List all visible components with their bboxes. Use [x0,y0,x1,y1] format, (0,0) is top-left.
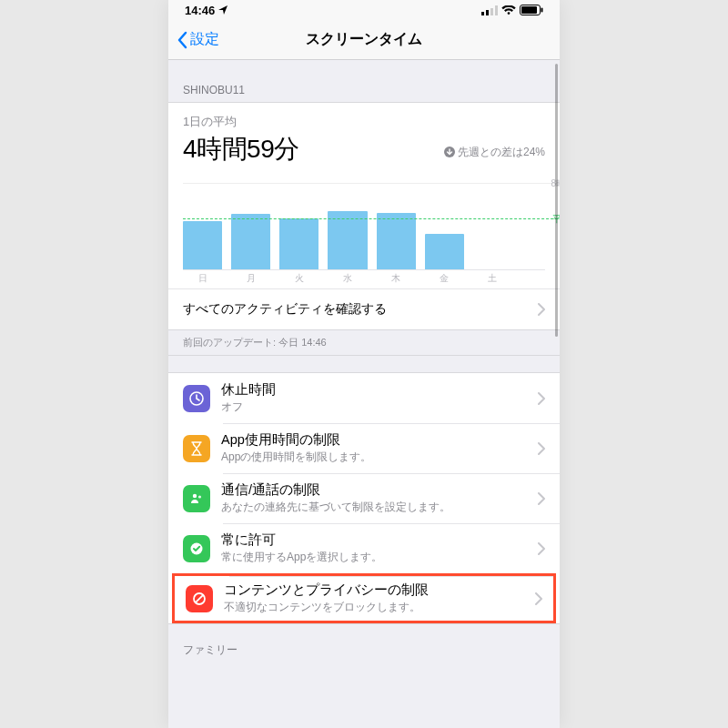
communication-limits-row[interactable]: 通信/通話の制限 あなたの連絡先に基づいて制限を設定します。 [168,473,560,523]
location-icon [218,5,228,15]
always-allowed-title: 常に許可 [221,531,527,549]
status-bar: 14:46 [168,0,560,20]
chevron-right-icon [535,592,542,605]
bar-sun [183,221,222,269]
screen-time-screen: 14:46 設定 スクリーンタイム SHINOBU11 1日の平均 4時間59分… [168,0,560,728]
status-time: 14:46 [185,4,215,17]
svg-point-10 [198,495,201,498]
see-all-activity-label: すべてのアクティビティを確認する [183,301,387,318]
chevron-right-icon [538,303,545,316]
svg-point-9 [193,493,197,497]
svg-rect-2 [490,8,493,15]
content-privacy-row[interactable]: コンテンツとプライバシーの制限 不適切なコンテンツをブロックします。 [172,573,556,623]
daily-average-label: 1日の平均 [183,114,545,130]
downtime-icon [183,385,210,412]
communication-limits-sub: あなたの連絡先に基づいて制限を設定します。 [221,500,527,515]
downtime-row[interactable]: 休止時間 オフ [168,373,560,423]
cellular-icon [481,5,498,15]
hourglass-icon [183,435,210,462]
prohibit-icon [186,585,213,612]
app-limits-sub: Appの使用時間を制限します。 [221,450,527,465]
app-limits-row[interactable]: App使用時間の制限 Appの使用時間を制限します。 [168,423,560,473]
downtime-title: 休止時間 [221,381,527,399]
family-section-header: ファミリー [168,624,560,662]
battery-icon [520,5,543,15]
communication-limits-title: 通信/通話の制限 [221,481,527,499]
svg-rect-1 [486,10,489,15]
downtime-sub: オフ [221,399,527,415]
see-all-activity-row[interactable]: すべてのアクティビティを確認する [168,288,560,329]
chevron-left-icon [176,31,188,49]
weekly-diff: 先週との差は24% [444,145,545,160]
device-section-header: SHINOBU11 [168,60,560,102]
svg-rect-0 [481,12,484,15]
chevron-right-icon [538,492,545,505]
bar-mon [231,214,270,269]
always-allowed-row[interactable]: 常に許可 常に使用するAppを選択します。 [168,523,560,573]
chevron-right-icon [538,542,545,555]
weekly-diff-text: 先週との差は24% [458,145,545,160]
checkmark-icon [183,535,210,562]
nav-bar: 設定 スクリーンタイム [168,20,560,60]
svg-line-13 [196,594,203,602]
weekly-chart[interactable]: 8時間 平均 日 月 火 水 木 金 土 [168,176,560,288]
down-arrow-icon [444,147,455,157]
app-limits-title: App使用時間の制限 [221,431,527,449]
communication-icon [183,485,210,512]
chevron-right-icon [538,392,545,405]
nav-title: スクリーンタイム [168,30,560,49]
svg-rect-5 [521,6,537,14]
bar-wed [328,211,367,269]
last-update-note: 前回のアップデート: 今日 14:46 [168,330,560,356]
bar-tue [279,218,318,269]
content-privacy-title: コンテンツとプライバシーの制限 [224,581,524,599]
always-allowed-sub: 常に使用するAppを選択します。 [221,550,527,565]
content-privacy-sub: 不適切なコンテンツをブロックします。 [224,600,524,615]
svg-rect-6 [541,8,543,13]
chevron-right-icon [538,442,545,455]
daily-average-value: 4時間59分 [183,132,299,167]
settings-list: 休止時間 オフ App使用時間の制限 Appの使用時間を制限します。 通信/通話… [168,372,560,624]
usage-summary-card: 1日の平均 4時間59分 先週との差は24% 8時間 平均 [168,102,560,330]
back-button[interactable]: 設定 [168,30,219,49]
bar-thu [377,213,416,269]
wifi-icon [501,5,516,15]
svg-rect-3 [495,5,498,15]
bar-fri [425,234,464,269]
chart-day-labels: 日 月 火 水 木 金 土 [183,270,545,285]
scrollbar[interactable] [555,64,558,337]
back-label: 設定 [190,30,219,49]
